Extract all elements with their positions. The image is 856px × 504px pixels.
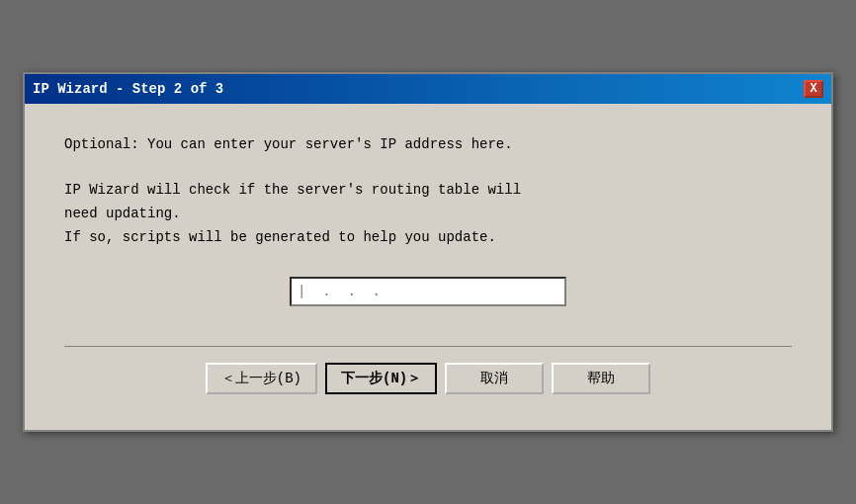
description-text: IP Wizard will check if the server's rou… — [64, 179, 792, 249]
back-button[interactable]: ＜上一步(B) — [206, 363, 317, 394]
divider — [64, 346, 792, 347]
title-bar: IP Wizard - Step 2 of 3 X — [25, 74, 831, 104]
next-button[interactable]: 下一步(N)＞ — [325, 363, 437, 394]
description-line2: need updating. — [64, 203, 792, 226]
close-button[interactable]: X — [804, 80, 823, 98]
ip-input-container — [64, 277, 792, 306]
dialog-window: IP Wizard - Step 2 of 3 X Optional: You … — [23, 72, 833, 433]
ip-address-input[interactable] — [290, 277, 566, 306]
dialog-content: Optional: You can enter your server's IP… — [25, 104, 831, 431]
button-row: ＜上一步(B) 下一步(N)＞ 取消 帮助 — [64, 363, 792, 410]
optional-text: Optional: You can enter your server's IP… — [64, 133, 792, 155]
description-line3: If so, scripts will be generated to help… — [64, 226, 792, 250]
description-line1: IP Wizard will check if the server's rou… — [64, 179, 792, 203]
cancel-button[interactable]: 取消 — [445, 363, 544, 394]
help-button[interactable]: 帮助 — [552, 363, 650, 394]
window-title: IP Wizard - Step 2 of 3 — [33, 81, 223, 97]
